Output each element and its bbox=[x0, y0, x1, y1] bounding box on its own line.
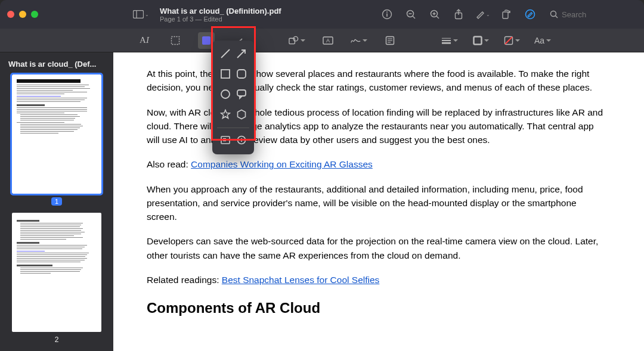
font-picker[interactable]: Aa bbox=[534, 32, 551, 49]
star-icon[interactable] bbox=[218, 107, 233, 122]
share-icon[interactable] bbox=[451, 7, 466, 22]
sign-icon[interactable] bbox=[351, 32, 367, 49]
svg-point-15 bbox=[526, 10, 535, 19]
paragraph: Also read: Companies Working on Exciting… bbox=[147, 157, 605, 171]
zoom-in-icon[interactable] bbox=[427, 7, 442, 22]
search-icon bbox=[550, 10, 558, 18]
svg-point-38 bbox=[221, 90, 230, 98]
svg-rect-37 bbox=[237, 70, 246, 78]
heading-components: Components of AR Cloud bbox=[147, 297, 605, 319]
search-field[interactable] bbox=[546, 8, 637, 21]
note-icon[interactable] bbox=[382, 32, 398, 49]
document-title: What is ar cloud_ (Definition).pdf bbox=[160, 7, 281, 15]
arrow-icon[interactable] bbox=[234, 46, 249, 61]
document-viewport[interactable]: At this point, the map will show several… bbox=[113, 52, 644, 351]
markup-toolbar: AI A Aa bbox=[0, 29, 644, 52]
mask-square-icon[interactable] bbox=[218, 133, 233, 147]
svg-rect-14 bbox=[503, 12, 508, 18]
sidebar-title: What is ar cloud_ (Def... bbox=[6, 58, 107, 70]
toolbar-right: ⌄ bbox=[379, 7, 637, 22]
link-also-read[interactable]: Companies Working on Exciting AR Glasses bbox=[191, 159, 373, 169]
minimize-window-button[interactable] bbox=[19, 11, 26, 18]
page-thumbnail-1[interactable] bbox=[12, 74, 101, 194]
svg-line-6 bbox=[413, 16, 415, 18]
line-icon[interactable] bbox=[218, 46, 233, 61]
shapes-popover bbox=[212, 41, 254, 154]
loupe-icon[interactable] bbox=[234, 133, 249, 147]
highlight-icon[interactable]: ⌄ bbox=[475, 7, 490, 22]
search-input[interactable] bbox=[562, 10, 633, 19]
svg-rect-39 bbox=[237, 90, 246, 96]
zoom-out-icon[interactable] bbox=[403, 7, 419, 22]
hexagon-icon[interactable] bbox=[234, 107, 249, 122]
svg-rect-36 bbox=[221, 70, 230, 78]
rounded-square-icon[interactable] bbox=[234, 67, 249, 81]
svg-marker-40 bbox=[221, 110, 230, 119]
rect-select-icon[interactable] bbox=[167, 32, 184, 49]
link-related[interactable]: Best Snapchat Lenses for Cool Selfies bbox=[222, 275, 380, 285]
speech-bubble-icon[interactable] bbox=[234, 87, 249, 101]
titlebar: ⌄ What is ar cloud_ (Definition).pdf Pag… bbox=[0, 0, 644, 29]
close-window-button[interactable] bbox=[7, 11, 14, 18]
svg-point-3 bbox=[386, 11, 388, 13]
svg-marker-41 bbox=[237, 110, 245, 119]
paragraph: Related readings: Best Snapchat Lenses f… bbox=[147, 273, 605, 287]
svg-rect-0 bbox=[133, 11, 143, 18]
circle-icon[interactable] bbox=[218, 87, 233, 101]
info-icon[interactable] bbox=[379, 7, 395, 22]
shapes-dropdown[interactable] bbox=[289, 32, 305, 49]
page-status: Page 1 of 3 — Edited bbox=[160, 15, 281, 23]
svg-point-16 bbox=[551, 11, 556, 17]
svg-point-21 bbox=[293, 36, 298, 41]
svg-rect-18 bbox=[172, 36, 179, 44]
markup-toggle-icon[interactable] bbox=[522, 7, 538, 22]
paragraph: When you approach any of the restaurants… bbox=[147, 182, 605, 224]
fill-color-icon[interactable] bbox=[503, 32, 520, 49]
svg-line-17 bbox=[556, 16, 558, 18]
svg-rect-43 bbox=[223, 138, 226, 141]
svg-line-33 bbox=[505, 37, 512, 44]
page-thumbnail-2[interactable] bbox=[12, 213, 101, 332]
line-weight-icon[interactable] bbox=[441, 32, 458, 49]
fullscreen-window-button[interactable] bbox=[31, 11, 38, 18]
sidebar-toggle-button[interactable]: ⌄ bbox=[132, 7, 149, 21]
svg-line-9 bbox=[436, 16, 439, 18]
page-number-1: 1 bbox=[6, 197, 107, 206]
svg-line-34 bbox=[221, 49, 230, 58]
paragraph: Developers can save the web-sourced data… bbox=[147, 234, 605, 262]
svg-text:A: A bbox=[326, 38, 330, 44]
svg-rect-31 bbox=[473, 36, 481, 44]
document-title-block: What is ar cloud_ (Definition).pdf Page … bbox=[160, 7, 281, 23]
window-controls bbox=[7, 11, 38, 18]
document-page: At this point, the map will show several… bbox=[113, 52, 638, 333]
svg-line-35 bbox=[237, 51, 244, 58]
svg-rect-20 bbox=[289, 38, 295, 44]
page-number-2: 2 bbox=[6, 336, 107, 344]
svg-rect-19 bbox=[202, 36, 210, 45]
thumbnails-sidebar: What is ar cloud_ (Def... 1 bbox=[0, 52, 113, 351]
stroke-color-icon[interactable] bbox=[472, 32, 489, 49]
square-icon[interactable] bbox=[218, 67, 233, 81]
text-style-icon[interactable]: AI bbox=[136, 32, 153, 49]
rotate-icon[interactable] bbox=[499, 7, 514, 22]
svg-rect-4 bbox=[386, 14, 388, 17]
textbox-icon[interactable]: A bbox=[320, 32, 336, 49]
